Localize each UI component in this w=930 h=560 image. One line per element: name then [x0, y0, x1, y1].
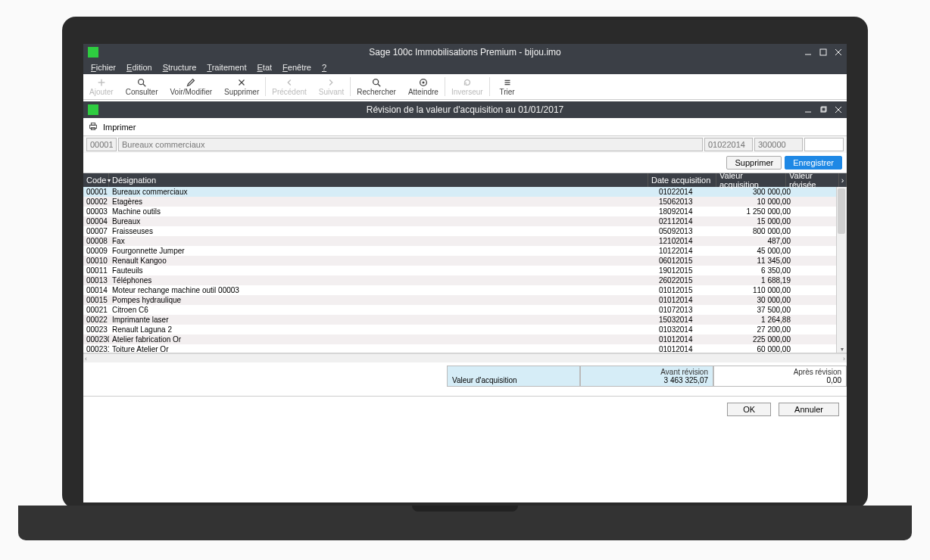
col-header-code[interactable]: Code	[83, 173, 109, 187]
table-row[interactable]: 00002Etagères1506201310 000,00	[83, 197, 847, 207]
menu-structure[interactable]: Structure	[158, 62, 201, 73]
svg-line-11	[378, 84, 381, 87]
sub-minimize-button[interactable]	[803, 104, 813, 115]
table-row[interactable]: 00011Fauteuils190120156 350,00	[83, 266, 847, 275]
cell-designation: Machine outils	[109, 207, 656, 216]
cell-code: 00004	[83, 217, 109, 226]
toolbar-inverseur-button: Inverseur	[445, 74, 489, 99]
x-icon	[236, 77, 247, 88]
cell-designation: Fauteuils	[109, 266, 656, 275]
cell-date: 01022014	[656, 188, 724, 196]
print-label[interactable]: Imprimer	[103, 123, 136, 132]
sub-close-button[interactable]	[833, 104, 844, 115]
cell-code: 00010	[83, 257, 109, 265]
menubar: FichierEditionStructureTraitementEtatFen…	[83, 61, 847, 74]
summary-apres-value: 0,00	[719, 376, 841, 384]
col-header-more[interactable]: ›	[839, 173, 847, 187]
cell-valeur-acquisition: 37 500,00	[724, 306, 794, 314]
cell-valeur-acquisition: 487,00	[724, 237, 794, 245]
vertical-scrollbar[interactable]: ▴ ▾	[836, 187, 847, 353]
table-row[interactable]: 00013Téléphones260220151 688,19	[83, 275, 847, 285]
ok-button[interactable]: OK	[727, 403, 771, 416]
table-row[interactable]: 00021Citroen C60107201337 500,00	[83, 305, 847, 315]
summary-label: Valeur d'acquisition	[452, 376, 575, 384]
main-titlebar: Sage 100c Immobilisations Premium - bijo…	[83, 44, 847, 61]
table-row[interactable]: 00022Imprimante laser150320141 264,88	[83, 315, 847, 325]
cell-designation: Renault Laguna 2	[109, 325, 656, 334]
svg-point-10	[373, 79, 379, 85]
table-body[interactable]: 00001Bureaux commerciaux01022014300 000,…	[83, 187, 847, 353]
toolbar-voir-modifier-button[interactable]: Voir/Modifier	[164, 74, 219, 99]
cell-designation: Renault Kangoo	[109, 257, 656, 265]
table-row[interactable]: 00009Fourgonnette Jumper1012201445 000,0…	[83, 246, 847, 256]
toolbar-consulter-button[interactable]: Consulter	[120, 74, 164, 99]
cell-designation: Toiture Atelier Or	[109, 345, 656, 353]
maximize-button[interactable]	[818, 47, 829, 58]
cell-date: 15032014	[656, 316, 724, 324]
supprimer-button[interactable]: Supprimer	[726, 156, 782, 170]
menu-edition[interactable]: Edition	[122, 62, 157, 73]
arrow-right-icon	[326, 77, 336, 88]
filter-revisee-input[interactable]	[804, 138, 844, 151]
col-header-designation[interactable]: Désignation	[109, 173, 648, 187]
printer-icon	[88, 121, 98, 133]
col-header-valeur-acquisition[interactable]: Valeur acquisition	[716, 173, 786, 187]
col-header-date[interactable]: Date acquisition	[648, 173, 716, 187]
cell-code: 00008	[83, 237, 109, 245]
cell-designation: Imprimante laser	[109, 316, 656, 324]
filter-date-input	[704, 138, 753, 151]
svg-rect-23	[91, 123, 95, 125]
cell-valeur-acquisition: 1 250 000,00	[724, 207, 794, 216]
sub-restore-button[interactable]	[818, 104, 829, 115]
cell-code: 00007	[83, 227, 109, 235]
summary-label-cell: Valeur d'acquisition	[447, 366, 580, 387]
cell-valeur-acquisition: 1 264,88	[724, 316, 794, 324]
menu-fentre[interactable]: Fenêtre	[278, 62, 316, 73]
table-row[interactable]: 00004Bureaux0211201415 000,00	[83, 216, 847, 226]
toolbar-rechercher-button[interactable]: Rechercher	[351, 74, 402, 99]
scroll-thumb[interactable]	[838, 188, 845, 234]
menu-fichier[interactable]: Fichier	[86, 62, 120, 73]
menu-[interactable]: ?	[317, 62, 331, 73]
cell-date: 19012015	[656, 266, 724, 275]
annuler-button[interactable]: Annuler	[779, 403, 839, 416]
summary-apres-label: Après révision	[719, 368, 841, 376]
minimize-button[interactable]	[803, 47, 813, 58]
table-row[interactable]: 00023Renault Laguna 20103201427 200,00	[83, 325, 847, 334]
filter-row	[83, 136, 847, 153]
search-icon	[136, 77, 147, 88]
toolbar-ajouter-button: Ajouter	[83, 74, 120, 99]
col-header-valeur-revisee[interactable]: Valeur révisée	[786, 173, 839, 187]
cell-valeur-acquisition: 6 350,00	[724, 266, 794, 275]
cell-code: 00011	[83, 266, 109, 275]
laptop-base	[18, 506, 912, 540]
form-action-row: Supprimer Enregistrer	[83, 153, 847, 173]
toolbar-atteindre-button[interactable]: Atteindre	[402, 74, 445, 99]
cell-valeur-acquisition: 800 000,00	[724, 227, 794, 235]
table-row[interactable]: 00010Renault Kangoo0601201511 345,00	[83, 256, 847, 266]
plus-icon	[96, 77, 107, 88]
cell-valeur-acquisition: 10 000,00	[724, 198, 794, 206]
table-row[interactable]: 00015Pompes hydraulique0101201430 000,00	[83, 295, 847, 305]
toolbar-supprimer-button[interactable]: Supprimer	[218, 74, 265, 99]
cell-valeur-acquisition: 11 345,00	[724, 257, 794, 265]
magnify-icon	[371, 77, 382, 88]
svg-rect-1	[820, 49, 826, 55]
table-row[interactable]: 00003Machine outils180920141 250 000,00	[83, 207, 847, 216]
table-row[interactable]: 00014Moteur rechange machine outil 00003…	[83, 285, 847, 295]
horizontal-scrollbar[interactable]: ‹›	[83, 353, 847, 362]
cell-date: 01072013	[656, 306, 724, 314]
enregistrer-button[interactable]: Enregistrer	[785, 156, 842, 170]
menu-traitement[interactable]: Traitement	[202, 62, 251, 73]
table-row[interactable]: 000230Atelier fabrication Or01012014225 …	[83, 334, 847, 344]
cell-designation: Citroen C6	[109, 306, 656, 314]
table-row[interactable]: 00007Fraisseuses05092013800 000,00	[83, 226, 847, 236]
cell-date: 05092013	[656, 227, 724, 235]
cell-date: 01032014	[656, 325, 724, 334]
close-button[interactable]	[833, 47, 844, 58]
toolbar-trier-button[interactable]: Trier	[490, 74, 525, 99]
menu-etat[interactable]: Etat	[252, 62, 276, 73]
cell-date: 01012015	[656, 286, 724, 294]
table-row[interactable]: 00008Fax12102014487,00	[83, 236, 847, 246]
table-row[interactable]: 000231Toiture Atelier Or0101201460 000,0…	[83, 344, 847, 353]
